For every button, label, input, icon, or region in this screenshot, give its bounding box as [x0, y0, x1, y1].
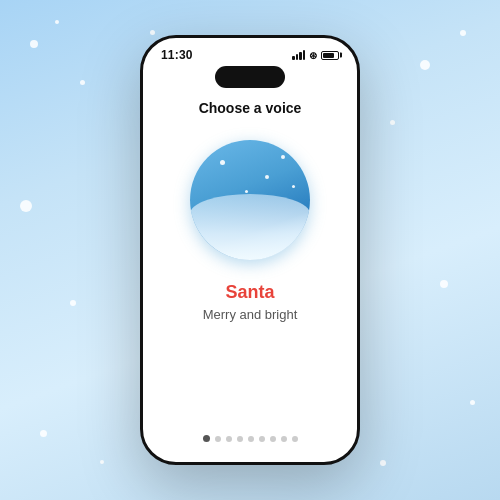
avatar-snow-3	[245, 190, 248, 193]
avatar-snow-2	[265, 175, 269, 179]
avatar-snow-5	[292, 185, 295, 188]
signal-icon	[292, 50, 305, 60]
battery-icon	[321, 51, 339, 60]
snow-particle-7	[70, 300, 76, 306]
phone-screen: Choose a voice Santa Merry and bright	[143, 90, 357, 462]
dynamic-island	[215, 66, 285, 88]
snow-particle-4	[460, 30, 466, 36]
screen-title: Choose a voice	[199, 100, 302, 116]
wifi-icon: ⊛	[309, 50, 317, 61]
status-bar: 11:30 ⊛	[143, 38, 357, 66]
snow-particle-10	[40, 430, 47, 437]
avatar-snow-4	[281, 155, 285, 159]
snow-particle-11	[100, 460, 104, 464]
pagination-dot-4[interactable]	[248, 436, 254, 442]
pagination-dot-7[interactable]	[281, 436, 287, 442]
phone-frame: 11:30 ⊛ Choose a voice	[140, 35, 360, 465]
pagination-dot-8[interactable]	[292, 436, 298, 442]
pagination-dot-6[interactable]	[270, 436, 276, 442]
snow-particle-13	[150, 30, 155, 35]
status-icons: ⊛	[292, 50, 339, 61]
avatar-snow-1	[220, 160, 225, 165]
pagination-dot-0[interactable]	[203, 435, 210, 442]
voice-name: Santa	[225, 282, 274, 303]
snow-particle-5	[390, 120, 395, 125]
pagination-dot-5[interactable]	[259, 436, 265, 442]
pagination-dots	[203, 435, 298, 442]
voice-description: Merry and bright	[203, 307, 298, 322]
snow-particle-8	[440, 280, 448, 288]
pagination-dot-2[interactable]	[226, 436, 232, 442]
status-time: 11:30	[161, 48, 193, 62]
snow-particle-1	[80, 80, 85, 85]
snow-particle-3	[420, 60, 430, 70]
pagination-dot-1[interactable]	[215, 436, 221, 442]
avatar-cloud	[190, 194, 310, 260]
snow-particle-9	[470, 400, 475, 405]
voice-avatar[interactable]	[190, 140, 310, 260]
snow-particle-6	[20, 200, 32, 212]
pagination-dot-3[interactable]	[237, 436, 243, 442]
snow-particle-12	[380, 460, 386, 466]
snow-particle-2	[55, 20, 59, 24]
snow-particle-0	[30, 40, 38, 48]
